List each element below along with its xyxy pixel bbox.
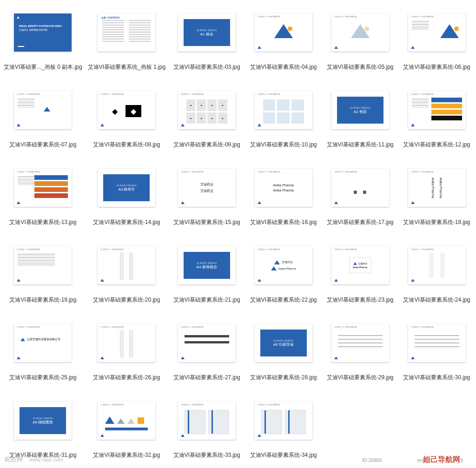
thumbnail-image: 艾迪药业 VI 基础要素系统 bbox=[408, 246, 466, 284]
thumbnail-area[interactable]: 艾迪药业 VI 基础要素系统Aidea PharmaAidea Pharma bbox=[402, 161, 472, 215]
file-item[interactable]: 01 BASIC DESIGNA5 印刷字体 艾迪VI基础要素系统-28.jpg bbox=[248, 316, 319, 382]
thumbnail-area[interactable]: 艾迪药业 VI 基础要素系统 bbox=[249, 394, 318, 448]
thumbnail-area[interactable]: 01 BASIC DESIGNA3 标准字 bbox=[92, 161, 161, 215]
thumbnail-image: 01 BASIC DESIGNA6 辅助图形 bbox=[14, 402, 72, 440]
thumbnail-image: 艾迪药业 VI 基础要素系统 bbox=[14, 91, 72, 129]
file-name-label: 艾迪VI基础要素系统-05.jpg bbox=[327, 63, 394, 71]
thumbnail-area[interactable]: 艾迪药业 VI 基础要素系统 bbox=[402, 238, 472, 292]
thumbnail-area[interactable]: 艾迪药业 VI 基础要素系统 bbox=[402, 316, 472, 370]
file-item[interactable]: 01 BASIC DESIGNA2 色彩 艾迪VI基础要素系统-11.jpg bbox=[324, 83, 396, 149]
file-item[interactable]: 艾迪药业 VI 基础要素系统 艾迪VI基础要素系统-19.jpg bbox=[4, 238, 82, 304]
file-item[interactable]: 艾迪药业 VI 基础要素系统 艾迪VI基础要素系统-33.jpg bbox=[171, 394, 242, 459]
watermark-brand: 昵图网 bbox=[5, 455, 23, 464]
file-item[interactable]: 艾迪药业 VI 基础要素系统 艾迪VI基础要素系统-27.jpg bbox=[171, 316, 242, 382]
file-name-label: 艾迪VI基础要素系统-08.jpg bbox=[93, 141, 160, 149]
thumbnail-image: 艾迪药业 VI 基础要素系统 bbox=[14, 246, 72, 284]
file-item[interactable]: 目录 CONTENTS 艾迪VI基础要素系统_画板 1.jpg bbox=[88, 6, 165, 71]
file-item[interactable]: 艾迪药业 VI 基础要素系统 艾迪VI基础要素系统-26.jpg bbox=[88, 316, 165, 382]
thumbnail-image: 艾迪药业 VI 基础要素系统 bbox=[98, 402, 155, 440]
file-item[interactable]: VISUAL IDENTITY SYSTEM FOR AIDEA 艾迪药业 品牌… bbox=[4, 6, 82, 71]
thumbnail-area[interactable]: 艾迪药业 VI 基础要素系统 bbox=[8, 238, 78, 292]
file-item[interactable]: 艾迪药业 VI 基础要素系统 艾迪VI基础要素系统-34.jpg bbox=[248, 394, 319, 459]
thumbnail-area[interactable]: 01 BASIC DESIGNA4 标准组合 bbox=[172, 238, 242, 292]
file-item[interactable]: 艾迪药业 VI 基础要素系统 艾迪VI基础要素系统-05.jpg bbox=[324, 6, 396, 71]
thumbnail-image: 艾迪药业 VI 基础要素系统 bbox=[408, 13, 466, 52]
thumbnail-image: 艾迪药业 VI 基础要素系统江苏艾迪药业股份有限公司 bbox=[14, 324, 72, 362]
file-item[interactable]: 艾迪药业 VI 基础要素系统 艾迪VI基础要素系统-30.jpg bbox=[401, 316, 472, 382]
thumbnail-area[interactable]: 艾迪药业 VI 基础要素系统 bbox=[92, 238, 161, 292]
thumbnail-image: 艾迪药业 VI 基础要素系统▲▲▲▲▲▲▲▲ bbox=[178, 91, 236, 129]
thumbnail-area[interactable]: 艾迪药业 VI 基础要素系统▲▲▲▲▲▲▲▲ bbox=[172, 83, 242, 137]
thumbnail-area[interactable]: 艾迪药业 VI 基础要素系统 bbox=[172, 316, 242, 370]
file-name-label: 艾迪VI基础要素系统-10.jpg bbox=[250, 141, 317, 149]
thumbnail-area[interactable]: 艾迪药业 VI 基础要素系统艾迪药业Aidea Pharma bbox=[325, 238, 395, 292]
thumbnail-area[interactable]: 01 BASIC DESIGNA5 印刷字体 bbox=[249, 316, 318, 370]
file-name-label: 艾迪VI基础要素系统-11.jpg bbox=[327, 141, 394, 149]
thumbnail-area[interactable]: 艾迪药业 VI 基础要素系统 bbox=[92, 394, 161, 448]
thumbnail-area[interactable]: 艾迪药业 VI 基础要素系统 bbox=[402, 6, 472, 59]
thumbnail-area[interactable]: 艾迪药业 VI 基础要素系统Aidea PharmaAidea Pharma bbox=[249, 161, 318, 215]
file-name-label: 艾迪VI基础要..._画板 0 副本.jpg bbox=[4, 63, 82, 71]
file-name-label: 艾迪VI基础要素系统-16.jpg bbox=[250, 218, 317, 226]
thumbnail-area[interactable]: 艾迪药业 VI 基础要素系统江苏艾迪药业股份有限公司 bbox=[8, 316, 78, 370]
thumbnail-grid: VISUAL IDENTITY SYSTEM FOR AIDEA 艾迪药业 品牌… bbox=[4, 6, 472, 459]
file-item[interactable]: 艾迪药业 VI 基础要素系统◆◆ 艾迪VI基础要素系统-08.jpg bbox=[88, 83, 165, 149]
file-item[interactable]: 艾迪药业 VI 基础要素系统 艾迪VI基础要素系统-04.jpg bbox=[248, 6, 319, 71]
thumbnail-area[interactable]: 01 BASIC DESIGNA6 辅助图形 bbox=[8, 394, 78, 448]
file-item[interactable]: 艾迪药业 VI 基础要素系统江苏艾迪药业股份有限公司 艾迪VI基础要素系统-25… bbox=[4, 316, 82, 382]
thumbnail-area[interactable]: 艾迪药业 VI 基础要素系统艾迪药业艾迪药业 bbox=[325, 161, 395, 215]
file-item[interactable]: 艾迪药业 VI 基础要素系统艾迪药业艾迪药业 艾迪VI基础要素系统-17.jpg bbox=[324, 161, 396, 226]
file-item[interactable]: 艾迪药业 VI 基础要素系统 艾迪VI基础要素系统-06.jpg bbox=[401, 6, 472, 71]
thumbnail-area[interactable]: VISUAL IDENTITY SYSTEM FOR AIDEA 艾迪药业 品牌… bbox=[8, 6, 78, 59]
file-item[interactable]: 艾迪药业 VI 基础要素系统 艾迪VI基础要素系统-13.jpg bbox=[4, 161, 82, 226]
file-name-label: 艾迪VI基础要素系统-27.jpg bbox=[173, 374, 240, 382]
file-name-label: 艾迪VI基础要素系统-21.jpg bbox=[173, 296, 240, 304]
file-item[interactable]: 艾迪药业 VI 基础要素系统 艾迪VI基础要素系统-10.jpg bbox=[248, 83, 319, 149]
thumbnail-area[interactable]: 艾迪药业 VI 基础要素系统艾迪药业Aidea Pharma bbox=[249, 238, 318, 292]
thumbnail-area[interactable]: 艾迪药业 VI 基础要素系统 bbox=[8, 161, 78, 215]
file-item[interactable]: 艾迪药业 VI 基础要素系统 艾迪VI基础要素系统-20.jpg bbox=[88, 238, 165, 304]
thumbnail-area[interactable]: 艾迪药业 VI 基础要素系统 bbox=[325, 6, 395, 59]
thumbnail-area[interactable]: 艾迪药业 VI 基础要素系统 bbox=[325, 316, 395, 370]
thumbnail-area[interactable]: 01 BASIC DESIGNA1 标志 bbox=[172, 6, 242, 59]
thumbnail-area[interactable]: 艾迪药业 VI 基础要素系统 bbox=[172, 394, 242, 448]
file-name-label: 艾迪VI基础要素系统-14.jpg bbox=[93, 218, 160, 226]
file-item[interactable]: 艾迪药业 VI 基础要素系统Aidea PharmaAidea Pharma 艾… bbox=[248, 161, 319, 226]
thumbnail-image: 艾迪药业 VI 基础要素系统 bbox=[331, 324, 389, 362]
file-item[interactable]: 艾迪药业 VI 基础要素系统 艾迪VI基础要素系统-12.jpg bbox=[401, 83, 472, 149]
file-item[interactable]: 艾迪药业 VI 基础要素系统 艾迪VI基础要素系统-29.jpg bbox=[324, 316, 396, 382]
thumbnail-area[interactable]: 艾迪药业 VI 基础要素系统 bbox=[249, 83, 318, 137]
thumbnail-area[interactable]: 艾迪药业 VI 基础要素系统 bbox=[402, 83, 472, 137]
file-name-label: 艾迪VI基础要素系统-33.jpg bbox=[173, 451, 240, 459]
file-item[interactable]: 01 BASIC DESIGNA3 标准字 艾迪VI基础要素系统-14.jpg bbox=[88, 161, 165, 226]
file-item[interactable]: 01 BASIC DESIGNA4 标准组合 艾迪VI基础要素系统-21.jpg bbox=[171, 238, 242, 304]
thumbnail-area[interactable]: 01 BASIC DESIGNA2 色彩 bbox=[325, 83, 395, 137]
file-item[interactable]: 01 BASIC DESIGNA1 标志 艾迪VI基础要素系统-03.jpg bbox=[171, 6, 242, 71]
thumbnail-area[interactable]: 艾迪药业 VI 基础要素系统 bbox=[8, 83, 78, 137]
file-name-label: 艾迪VI基础要素系统-20.jpg bbox=[93, 296, 160, 304]
thumbnail-area[interactable]: 艾迪药业 VI 基础要素系统 bbox=[92, 316, 161, 370]
file-item[interactable]: 艾迪药业 VI 基础要素系统 艾迪VI基础要素系统-07.jpg bbox=[4, 83, 82, 149]
thumbnail-area[interactable]: 目录 CONTENTS bbox=[92, 6, 161, 59]
thumbnail-image: 01 BASIC DESIGNA4 标准组合 bbox=[178, 246, 236, 284]
file-name-label: 艾迪VI基础要素系统-26.jpg bbox=[93, 374, 160, 382]
file-name-label: 艾迪VI基础要素系统-34.jpg bbox=[250, 451, 317, 459]
thumbnail-area[interactable]: 艾迪药业 VI 基础要素系统艾迪药业艾迪药业 bbox=[172, 161, 242, 215]
file-item[interactable]: 艾迪药业 VI 基础要素系统Aidea PharmaAidea Pharma 艾… bbox=[401, 161, 472, 226]
file-item[interactable]: 艾迪药业 VI 基础要素系统 艾迪VI基础要素系统-32.jpg bbox=[88, 394, 165, 459]
thumbnail-image: 艾迪药业 VI 基础要素系统 bbox=[98, 324, 155, 362]
file-item[interactable]: 艾迪药业 VI 基础要素系统艾迪药业艾迪药业 艾迪VI基础要素系统-15.jpg bbox=[171, 161, 242, 226]
file-name-label: 艾迪VI基础要素系统-12.jpg bbox=[403, 141, 470, 149]
file-item[interactable]: 01 BASIC DESIGNA6 辅助图形 艾迪VI基础要素系统-31.jpg bbox=[4, 394, 82, 459]
file-name-label: 艾迪VI基础要素系统-24.jpg bbox=[403, 296, 470, 304]
file-item[interactable]: 艾迪药业 VI 基础要素系统▲▲▲▲▲▲▲▲ 艾迪VI基础要素系统-09.jpg bbox=[171, 83, 242, 149]
file-item[interactable]: 艾迪药业 VI 基础要素系统 艾迪VI基础要素系统-24.jpg bbox=[401, 238, 472, 304]
file-name-label: 艾迪VI基础要素系统-17.jpg bbox=[327, 218, 394, 226]
file-item[interactable]: 艾迪药业 VI 基础要素系统艾迪药业Aidea Pharma 艾迪VI基础要素系… bbox=[248, 238, 319, 304]
file-name-label: 艾迪VI基础要素系统-06.jpg bbox=[403, 63, 470, 71]
thumbnail-area[interactable]: 艾迪药业 VI 基础要素系统◆◆ bbox=[92, 83, 161, 137]
thumbnail-image: 艾迪药业 VI 基础要素系统 bbox=[331, 13, 389, 52]
thumbnail-area[interactable]: 艾迪药业 VI 基础要素系统 bbox=[249, 6, 318, 59]
file-item[interactable]: 艾迪药业 VI 基础要素系统艾迪药业Aidea Pharma 艾迪VI基础要素系… bbox=[324, 238, 396, 304]
thumbnail-image: 01 BASIC DESIGNA5 印刷字体 bbox=[255, 324, 312, 362]
